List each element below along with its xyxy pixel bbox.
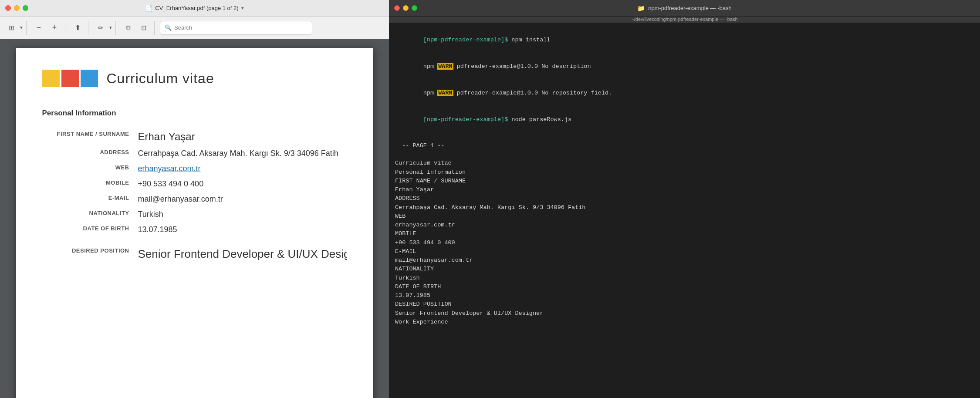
field-value-name: Erhan Yaşar — [138, 131, 347, 143]
search-icon: 🔍 — [165, 24, 172, 31]
term-warn-label: WARN — [437, 63, 453, 70]
terminal-title: 📁 npm-pdfreader-example — -bash — [637, 5, 731, 12]
field-value-web: erhanyasar.com.tr — [138, 164, 347, 173]
zoom-out-button[interactable]: − — [32, 21, 46, 35]
term-prompt: [npm-pdfreader-example]$ — [423, 37, 512, 43]
copy-button[interactable]: ⧉ — [121, 21, 135, 35]
terminal-close-button[interactable] — [394, 5, 400, 11]
terminal-minimize-button[interactable] — [403, 5, 409, 11]
terminal-cv-title: Curriculum vitae — [395, 159, 974, 168]
pdf-toolbar: ⊞ ▾ − + ⬆ ✏ ▾ ⧉ ⊡ 🔍 — [0, 17, 389, 39]
field-label-desired-position: DESIRED POSITION — [42, 247, 138, 261]
terminal-line-1: [npm-pdfreader-example]$ npm install — [395, 27, 974, 54]
annotate-chevron-icon[interactable]: ▾ — [109, 25, 112, 30]
field-label-dob: DATE OF BIRTH — [42, 225, 138, 234]
terminal-maximize-button[interactable] — [412, 5, 417, 11]
close-button[interactable] — [5, 5, 11, 11]
share-group: ⬆ — [71, 21, 88, 35]
info-row-mobile: MOBILE +90 533 494 0 400 — [42, 179, 347, 189]
field-label-email: E-MAIL — [42, 195, 138, 204]
terminal-field-email-value: mail@erhanyasar.com.tr — [395, 256, 974, 265]
field-label-address: ADDRESS — [42, 149, 138, 158]
info-row-dob: DATE OF BIRTH 13.07.1985 — [42, 225, 347, 234]
terminal-line-warn-1: npm WARN pdfreader-example@1.0.0 No desc… — [395, 54, 974, 80]
maximize-button[interactable] — [23, 5, 28, 11]
terminal-field-mobile-label: MOBILE — [395, 229, 974, 238]
field-value-email: mail@erhanyasar.com.tr — [138, 195, 347, 204]
field-value-mobile: +90 533 494 0 400 — [138, 179, 347, 189]
pdf-icon: 📄 — [145, 5, 152, 12]
field-value-address: Cerrahpaşa Cad. Aksaray Mah. Kargı Sk. 9… — [138, 149, 347, 158]
terminal-field-dob-value: 13.07.1985 — [395, 291, 974, 300]
pdf-title: 📄 CV_ErhanYasar.pdf (page 1 of 2) ▾ — [145, 5, 243, 12]
info-row-nationality: NATIONALITY Turkish — [42, 210, 347, 219]
cv-title: Curriculum vitae — [107, 71, 214, 87]
web-link[interactable]: erhanyasar.com.tr — [138, 164, 201, 173]
terminal-field-name-value: Erhan Yaşar — [395, 186, 974, 194]
terminal-traffic-lights — [394, 5, 417, 11]
terminal-field-work-experience: Work Experience — [395, 318, 974, 327]
pencil-button[interactable]: ✏ — [94, 21, 108, 35]
zoom-group: − + — [32, 21, 65, 35]
pdf-viewer: 📄 CV_ErhanYasar.pdf (page 1 of 2) ▾ ⊞ ▾ … — [0, 0, 389, 398]
folder-icon: 📁 — [637, 5, 645, 12]
term-npm-2: npm — [423, 90, 437, 96]
sidebar-toggle-button[interactable]: ⊞ — [4, 21, 18, 35]
pdf-filename: CV_ErhanYasar.pdf (page 1 of 2) — [155, 5, 238, 11]
pdf-content-area: Curriculum vitae Personal Information FI… — [0, 39, 389, 398]
sidebar-toggle-group: ⊞ ▾ — [4, 21, 27, 35]
section-personal-info: Personal Information — [42, 109, 347, 120]
logo-block-blue — [81, 70, 98, 87]
pdf-titlebar: 📄 CV_ErhanYasar.pdf (page 1 of 2) ▾ — [0, 0, 389, 17]
right-panel: ⊛ Settings Edit 👥 1 contributor Find fil… — [389, 0, 980, 398]
terminal-page1: -- PAGE 1 -- — [395, 142, 974, 150]
info-row-name: FIRST NAME / SURNAME Erhan Yaşar — [42, 131, 347, 143]
terminal-subtitle: ~/dev/livecoding/npm-pdfreader-example —… — [389, 17, 980, 23]
term-warn-label-2: WARN — [437, 90, 453, 96]
term-warn-text: pdfreader-example@1.0.0 No description — [453, 63, 591, 70]
cv-logo — [42, 70, 98, 87]
copy-group: ⧉ ⊡ — [121, 21, 155, 35]
field-value-dob: 13.07.1985 — [138, 225, 347, 234]
term-command: npm install — [511, 37, 550, 43]
field-label-nationality: NATIONALITY — [42, 210, 138, 219]
terminal-field-name-label: FIRST NAME / SURNAME — [395, 177, 974, 186]
annotate-group: ✏ ▾ — [94, 21, 116, 35]
share-button[interactable]: ⬆ — [71, 21, 84, 35]
cv-header: Curriculum vitae — [42, 70, 347, 87]
field-label-web: WEB — [42, 164, 138, 173]
terminal-body[interactable]: [npm-pdfreader-example]$ npm install npm… — [389, 23, 980, 398]
terminal-field-nationality-value: Turkish — [395, 274, 974, 283]
term-warn-text-2: pdfreader-example@1.0.0 No repository fi… — [453, 90, 612, 96]
search-input[interactable] — [174, 24, 308, 31]
terminal-line-node: [npm-pdfreader-example]$ node parseRows.… — [395, 106, 974, 133]
terminal-field-web-value: erhanyasar.com.tr — [395, 221, 974, 229]
term-page-marker: -- PAGE 1 -- — [395, 142, 444, 149]
terminal-field-web-label: WEB — [395, 212, 974, 221]
terminal-field-desired-value: Senior Frontend Developer & UI/UX Design… — [395, 309, 974, 318]
terminal-field-email-label: E-MAIL — [395, 247, 974, 256]
chevron-down-icon[interactable]: ▾ — [241, 5, 244, 11]
terminal-field-dob-label: DATE OF BIRTH — [395, 283, 974, 291]
terminal-line-warn-2: npm WARN pdfreader-example@1.0.0 No repo… — [395, 80, 974, 107]
terminal-title-text: npm-pdfreader-example — -bash — [648, 5, 731, 11]
terminal-personal-info: Personal Information — [395, 168, 974, 177]
terminal-field-address-value: Cerrahpaşa Cad. Aksaray Mah. Kargı Sk. 9… — [395, 203, 974, 212]
traffic-lights — [5, 5, 28, 11]
minimize-button[interactable] — [14, 5, 20, 11]
sidebar-chevron-icon[interactable]: ▾ — [20, 25, 23, 30]
terminal-field-nationality-label: NATIONALITY — [395, 265, 974, 273]
terminal-field-desired-label: DESIRED POSITION — [395, 300, 974, 309]
info-row-web: WEB erhanyasar.com.tr — [42, 164, 347, 173]
field-value-nationality: Turkish — [138, 210, 347, 219]
term-prompt-2: [npm-pdfreader-example]$ — [423, 116, 512, 123]
terminal-titlebar: 📁 npm-pdfreader-example — -bash — [389, 0, 980, 17]
info-row-address: ADDRESS Cerrahpaşa Cad. Aksaray Mah. Kar… — [42, 149, 347, 158]
term-command-node: node parseRows.js — [511, 116, 571, 123]
logo-block-yellow — [42, 70, 60, 87]
zoom-in-button[interactable]: + — [47, 21, 61, 35]
form-button[interactable]: ⊡ — [137, 21, 151, 35]
pdf-page: Curriculum vitae Personal Information FI… — [16, 48, 373, 398]
terminal-empty-1 — [395, 133, 974, 142]
search-bar[interactable]: 🔍 — [160, 21, 312, 35]
